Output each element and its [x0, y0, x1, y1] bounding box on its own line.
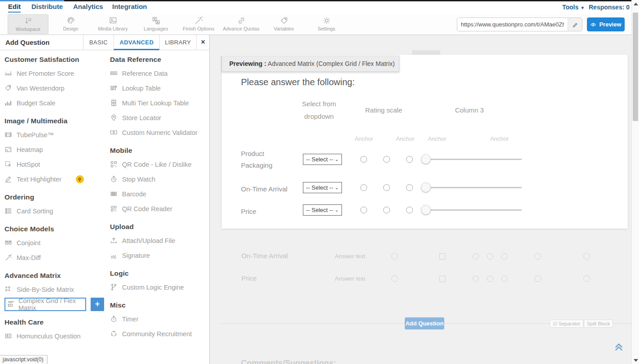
- item-attach-upload-file[interactable]: Attach/Upload File: [110, 233, 208, 248]
- col-header-rating: Rating scale: [357, 104, 411, 117]
- item-stop-watch[interactable]: Stop Watch: [110, 172, 208, 186]
- split-block-button[interactable]: Split Block: [584, 320, 613, 328]
- col-header-dropdown: Select from dropdown: [292, 98, 346, 123]
- item-qr-code-reader[interactable]: QR Code Reader: [110, 201, 208, 216]
- select-value: -- Select --: [306, 156, 333, 163]
- radio-row3-1[interactable]: [360, 207, 367, 213]
- item-label: TubePulse™: [17, 131, 54, 139]
- toolbar-workspace[interactable]: Workspace: [8, 14, 48, 34]
- item-label: Custom Numeric Validator: [122, 129, 197, 136]
- radio-row2-2[interactable]: [383, 184, 390, 191]
- scroll-to-top-button[interactable]: [613, 341, 625, 352]
- select-row1[interactable]: -- Select --⌄: [303, 154, 342, 165]
- page-scrollbar[interactable]: [631, 0, 639, 364]
- radio-row2-1[interactable]: [360, 184, 367, 191]
- survey-url-input[interactable]: [457, 18, 568, 31]
- previewing-bar: Previewing : Advanced Matrix (Complex Gr…: [222, 56, 399, 72]
- tools-menu[interactable]: Tools ▼: [562, 4, 585, 11]
- item-conjoint[interactable]: Conjoint: [4, 235, 104, 250]
- main-preview-area: Previewing : Advanced Matrix (Complex Gr…: [210, 35, 631, 364]
- radio-row2-3[interactable]: [406, 184, 413, 191]
- item-timer[interactable]: Timer: [110, 312, 208, 326]
- item-complex-grid-flex-matrix[interactable]: Complex Grid / Flex Matrix +: [4, 297, 104, 312]
- slider-track-row2[interactable]: [425, 187, 522, 188]
- item-label: Max-Diff: [17, 254, 41, 261]
- add-question-button[interactable]: Add Question: [405, 317, 444, 329]
- item-multi-tier-lookup-table[interactable]: Multi Tier Lookup Table: [110, 95, 208, 110]
- item-store-locator[interactable]: Store Locator: [110, 110, 208, 125]
- select-row3[interactable]: -- Select --⌄: [303, 204, 342, 216]
- item-label: Reference Data: [122, 70, 168, 77]
- item-budget-scale[interactable]: Budget Scale: [4, 95, 104, 110]
- toolbar-advance-quotas[interactable]: Advance Quotas: [220, 14, 263, 34]
- wand-icon: [194, 16, 204, 26]
- radio-row3-2[interactable]: [383, 207, 390, 213]
- slider-knob-row3[interactable]: [421, 205, 431, 215]
- preview-label: Preview: [599, 21, 621, 28]
- item-lookup-table[interactable]: Lookup Table: [110, 81, 208, 95]
- scrollbar-thumb[interactable]: [633, 13, 638, 121]
- radio-row1-2[interactable]: [383, 156, 390, 163]
- slider-knob-row1[interactable]: [421, 154, 431, 164]
- toolbar-variables[interactable]: Variables: [263, 14, 305, 34]
- nav-edit[interactable]: Edit: [8, 3, 21, 13]
- item-van-westendorp[interactable]: Van Westendorp: [4, 81, 104, 95]
- nav-distribute[interactable]: Distribute: [31, 3, 63, 10]
- double-chevron-up-icon: [613, 341, 625, 352]
- edit-url-button[interactable]: [568, 18, 582, 31]
- question-title: Please answer the following:: [241, 77, 355, 87]
- row-label-on-time-arrival: On-Time Arrival: [241, 183, 299, 195]
- scrollbar-down-arrow[interactable]: [634, 359, 638, 362]
- status-link-hint: javascript:void(0): [0, 355, 48, 364]
- lookup-table-icon: [110, 84, 118, 92]
- item-label: Attach/Upload File: [122, 237, 175, 244]
- toolbar-design[interactable]: Design: [49, 14, 92, 34]
- responses-count[interactable]: Responses: 0: [589, 4, 630, 11]
- separator-toggle[interactable]: ☑ Separator: [550, 320, 583, 328]
- item-label: Store Locator: [122, 114, 161, 121]
- nav-analytics[interactable]: Analytics: [73, 3, 103, 10]
- slider-track-row3[interactable]: [425, 209, 522, 211]
- item-net-promoter-score[interactable]: Net Promoter Score: [4, 66, 104, 81]
- nav-integration[interactable]: Integration: [112, 3, 147, 10]
- item-card-sorting[interactable]: Card Sorting: [4, 204, 104, 218]
- item-custom-logic-engine[interactable]: Custom Logic Engine: [110, 280, 208, 295]
- item-label: Conjoint: [17, 239, 40, 247]
- close-icon[interactable]: ×: [196, 35, 210, 50]
- radio-row1-3[interactable]: [406, 156, 413, 163]
- upload-icon: [110, 237, 118, 244]
- item-side-by-side-matrix[interactable]: Side-By-Side Matrix: [4, 282, 104, 297]
- item-tubepulse[interactable]: TubePulse™: [4, 127, 104, 142]
- slider-track-row1[interactable]: [425, 159, 522, 160]
- select-row2[interactable]: -- Select --⌄: [303, 182, 342, 193]
- item-hotspot[interactable]: HotSpot: [4, 157, 104, 172]
- item-reference-data[interactable]: Reference Data: [110, 66, 208, 81]
- item-text-highlighter[interactable]: Text Highlighter: [4, 172, 104, 186]
- toolbar-languages[interactable]: Languages: [135, 14, 177, 34]
- preview-button[interactable]: Preview: [587, 17, 625, 31]
- slider-knob-row2[interactable]: [421, 182, 431, 192]
- item-qr-code-like-dislike[interactable]: QR Code - Like / Dislike: [110, 157, 208, 172]
- scrollbar-up-arrow[interactable]: [634, 3, 638, 5]
- dim-radio: [473, 276, 479, 282]
- toolbar-finish-options[interactable]: Finish Options: [177, 14, 220, 34]
- radio-row1-1[interactable]: [360, 156, 367, 163]
- panel-column-1: Customer Satisfaction Net Promoter Score…: [4, 56, 104, 350]
- item-homunculus-question[interactable]: Homunculus Question: [4, 329, 104, 343]
- item-heatmap[interactable]: Heatmap: [4, 142, 104, 157]
- add-selected-question-button[interactable]: +: [91, 298, 104, 311]
- toolbar-settings[interactable]: Settings: [305, 14, 348, 34]
- branch-icon: [110, 283, 118, 291]
- radio-row3-3[interactable]: [406, 207, 413, 213]
- item-max-diff[interactable]: Max-Diff: [4, 250, 104, 265]
- item-community-recruitment[interactable]: Community Recruitment: [110, 326, 208, 341]
- item-signature[interactable]: Signature: [110, 248, 208, 263]
- item-custom-numeric-validator[interactable]: Custom Numeric Validator: [110, 125, 208, 140]
- item-barcode[interactable]: Barcode: [110, 186, 208, 201]
- anchor-label-2: Anchor: [392, 135, 419, 142]
- selected-item-box[interactable]: Complex Grid / Flex Matrix: [4, 298, 86, 311]
- tab-basic[interactable]: BASIC: [83, 35, 114, 50]
- tab-advanced[interactable]: ADVANCED: [114, 35, 159, 50]
- toolbar-media-library[interactable]: Media Library: [92, 14, 134, 34]
- tab-library[interactable]: LIBRARY: [159, 35, 196, 50]
